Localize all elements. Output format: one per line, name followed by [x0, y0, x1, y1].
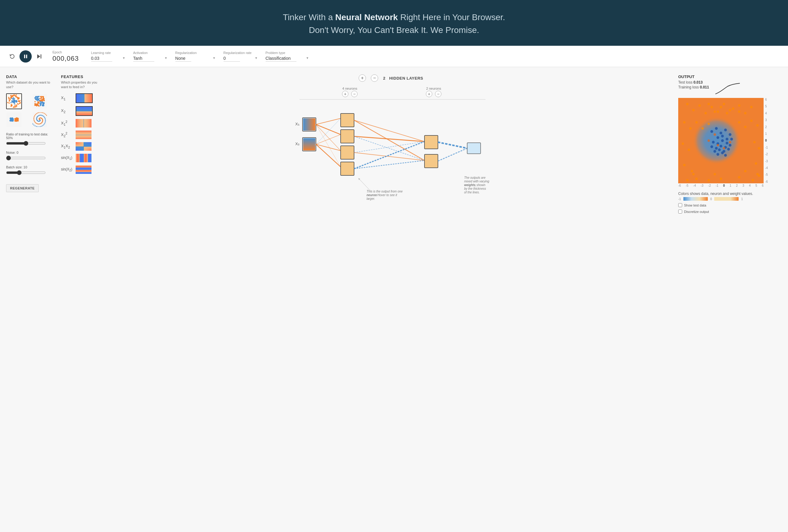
svg-rect-17 [425, 154, 438, 168]
problem-type-select[interactable]: ClassificationRegression [265, 55, 296, 62]
remove-layer-btn[interactable]: − [371, 75, 378, 82]
feature-x2-thumb[interactable] [76, 106, 93, 116]
layer1-neuron-4[interactable] [341, 162, 354, 175]
input-x1[interactable] [302, 118, 316, 131]
input-x2[interactable] [302, 138, 316, 151]
batch-slider[interactable] [6, 170, 46, 175]
features-title: FEATURES [61, 75, 98, 79]
layer1-neuron-count: 4 neurons [342, 87, 357, 90]
epoch-section: Epoch 000,063 [53, 50, 79, 62]
output-node [467, 143, 480, 154]
epoch-value: 000,063 [53, 55, 79, 62]
feature-sinx2: sin(X2) [61, 165, 98, 174]
conn-x1-n3 [316, 124, 341, 151]
activation-select[interactable]: ReLUTanhSigmoidLinear [133, 55, 154, 62]
feature-x1x2-thumb[interactable] [76, 142, 92, 151]
conn-l1n2-l2n1 [354, 136, 425, 141]
feature-sinx2-thumb[interactable] [76, 165, 92, 174]
network-svg: 4 neurons + − 2 neurons + − [284, 84, 498, 212]
loss-chart [714, 80, 741, 96]
show-test-data-label: Show test data [684, 203, 706, 207]
learning-rate-select[interactable]: 0.000010.00010.0010.003 0.010.030.10.3 1… [91, 55, 112, 62]
feature-x1sq-thumb[interactable] [76, 119, 92, 127]
svg-rect-11 [303, 138, 315, 151]
dataset-spiral[interactable] [32, 112, 47, 127]
network-section: + − 2 HIDDEN LAYERS 4 neurons + − 2 neur… [104, 75, 678, 243]
discretize-output-checkbox[interactable] [678, 210, 682, 214]
output-canvas [678, 98, 764, 183]
feature-x2sq: X22 [61, 131, 98, 139]
noise-slider[interactable] [6, 156, 46, 160]
svg-text:of the lines.: of the lines. [464, 191, 480, 194]
tooltip1-arrow [359, 179, 371, 192]
layer1-neuron-1[interactable] [341, 114, 354, 127]
x-axis-labels: -6-5-4-3-2-1 0 123456 [678, 184, 764, 187]
hidden-layers-label: 2 HIDDEN LAYERS [383, 76, 423, 81]
feature-x1-thumb[interactable] [76, 93, 93, 103]
conn-l1n3-l2n1 [354, 141, 425, 153]
features-subtitle: Which properties do you want to feed in? [61, 80, 98, 90]
ratio-label: Ratio of training to test data: 50% [6, 132, 55, 140]
regularization-select[interactable]: NoneL1L2 [175, 55, 191, 62]
tooltip1-text: This is the output from one [367, 190, 403, 193]
dataset-gaussian-canvas [7, 112, 21, 127]
noise-label: Noise: 0 [6, 151, 55, 154]
add-layer-btn[interactable]: + [359, 75, 366, 82]
svg-text:−: − [353, 92, 356, 96]
layer1-controls: + − [342, 91, 357, 97]
loss-info: Test loss 0.013 Training loss 0.011 [678, 80, 709, 90]
playback-controls [7, 50, 44, 62]
color-gradient-bar2 [714, 197, 738, 201]
step-button[interactable] [34, 52, 44, 61]
svg-text:by the thickness: by the thickness [464, 187, 486, 190]
discretize-output-label: Discretize output [684, 210, 709, 214]
svg-rect-1 [26, 55, 27, 58]
features-section: FEATURES Which properties do you want to… [61, 75, 98, 243]
feature-x2sq-thumb[interactable] [76, 131, 92, 139]
problem-type-group: Problem type ClassificationRegression [265, 51, 308, 62]
header-prefix: Tinker With a [283, 13, 335, 22]
noise-section: Noise: 0 [6, 151, 55, 162]
svg-text:weights: weights [464, 183, 476, 187]
reset-button[interactable] [7, 52, 17, 61]
svg-rect-9 [303, 118, 315, 131]
svg-rect-0 [24, 55, 25, 58]
regularization-label: Regularization [175, 51, 215, 55]
feature-x1sq: X12 [61, 119, 98, 127]
learning-rate-label: Learning rate [91, 51, 125, 55]
layer2-neuron-1[interactable] [425, 135, 438, 149]
feature-x1: X1 [61, 93, 98, 103]
feature-sinx1-thumb[interactable] [76, 154, 92, 162]
svg-text:. Hover to see it: . Hover to see it [376, 193, 397, 197]
layer1-neuron-2[interactable] [341, 130, 354, 143]
tooltip2-line1: The outputs are [464, 176, 486, 179]
conn-l2n1-out [438, 142, 467, 148]
pause-button[interactable] [20, 50, 32, 62]
dataset-gaussian[interactable] [6, 112, 22, 127]
batch-label: Batch size: 10 [6, 165, 55, 169]
header-line2: Don't Worry, You Can't Break It. We Prom… [309, 25, 479, 35]
svg-text:−: − [437, 92, 439, 96]
conn-x2-n2 [316, 135, 341, 144]
svg-rect-13 [341, 130, 354, 143]
feature-x1sq-label: X12 [61, 120, 73, 126]
ratio-slider[interactable] [6, 141, 46, 146]
feature-x2: X2 [61, 106, 98, 116]
svg-marker-2 [37, 54, 40, 59]
svg-text:mixed with varying: mixed with varying [464, 180, 490, 183]
show-test-data-checkbox[interactable] [678, 203, 682, 207]
dataset-circle[interactable] [6, 93, 22, 109]
dataset-xor[interactable] [32, 93, 47, 109]
activation-label: Activation [133, 51, 167, 55]
regenerate-button[interactable]: REGENERATE [6, 184, 39, 192]
problem-type-label: Problem type [265, 51, 308, 55]
layer1-neuron-3[interactable] [341, 146, 354, 159]
data-subtitle: Which dataset do you want to use? [6, 80, 55, 90]
svg-text:+: + [344, 92, 347, 96]
feature-x2sq-label: X22 [61, 132, 73, 138]
header-title: Tinker With a Neural Network Right Here … [6, 11, 782, 37]
output-section: OUTPUT Test loss 0.013 Training loss 0.0… [678, 75, 782, 243]
reg-rate-select[interactable]: 00.0010.0030.01 0.030.10.31 310 [223, 55, 240, 62]
layer2-neuron-2[interactable] [425, 154, 438, 168]
output-viz-container: 654321 0 -1-2-3-4-5-6 [678, 98, 782, 183]
